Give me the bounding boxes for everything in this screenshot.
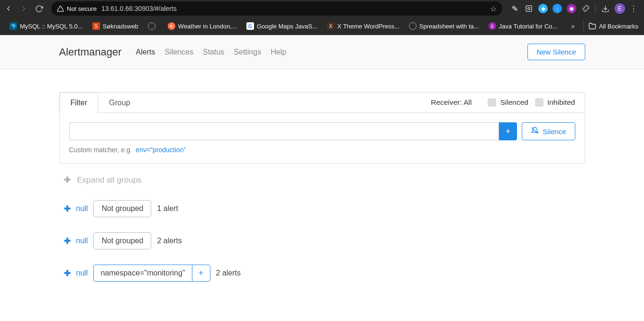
extensions-button[interactable] [581, 4, 590, 13]
bookmark-item[interactable]: ☀Weather in London,... [164, 20, 241, 32]
alert-group-row: ✚ null Not grouped 2 alerts [59, 228, 585, 254]
not-secure-badge[interactable]: Not secure [57, 5, 97, 12]
not-secure-label: Not secure [67, 5, 97, 12]
nav-settings[interactable]: Settings [234, 48, 261, 56]
receiver-select[interactable]: Receiver: All [431, 98, 472, 107]
group-tag-label[interactable]: namespace="monitoring" [94, 265, 191, 281]
bookmark-item[interactable] [144, 20, 162, 32]
group-null-link[interactable]: null [76, 237, 88, 245]
expand-all-button[interactable]: ✚ Expand all groups [59, 164, 585, 190]
bookmark-icon [148, 22, 155, 30]
nav-status[interactable]: Status [203, 48, 224, 56]
expand-group-button[interactable]: ✚ [64, 204, 71, 214]
new-silence-button[interactable]: New Silence [527, 44, 585, 60]
bookmark-item[interactable]: SSøknadsweb [89, 20, 142, 32]
alert-group-row: ✚ null Not grouped 1 alert [59, 195, 585, 222]
bookmarks-overflow-button[interactable]: » [567, 22, 579, 30]
profile-avatar[interactable]: E [615, 3, 625, 14]
checkbox-icon [488, 98, 496, 107]
group-null-link[interactable]: null [76, 269, 88, 277]
group-null-link[interactable]: null [76, 204, 88, 213]
address-bar[interactable]: Not secure 13.61.0.66:30903/#/alerts ☆ [51, 1, 502, 16]
bookmark-icon: S [92, 22, 100, 30]
bookmark-label: Google Maps JavaS... [257, 23, 317, 30]
bookmark-icon: X [327, 22, 335, 30]
filter-hint: Custom matcher, e.g. env="production" [69, 146, 575, 154]
bookmark-icon: ☀ [168, 22, 175, 30]
silenced-label: Silenced [500, 98, 528, 107]
extension-icon[interactable]: ↓ [553, 4, 562, 13]
bookmark-item[interactable]: 🐬MySQL :: MySQL 5.0... [6, 20, 87, 32]
hint-example-link[interactable]: env="production" [136, 146, 186, 154]
svg-point-1 [528, 8, 530, 10]
silenced-checkbox[interactable]: Silenced [488, 98, 528, 107]
bookmark-icon: G [246, 22, 254, 30]
separator [583, 21, 584, 31]
extension-icon[interactable] [524, 4, 534, 13]
svg-rect-0 [526, 6, 532, 11]
bookmark-item[interactable]: GGoogle Maps JavaS... [243, 20, 321, 32]
nav-help[interactable]: Help [271, 48, 286, 56]
silence-button-label: Silence [543, 128, 566, 136]
expand-group-button[interactable]: ✚ [64, 268, 71, 278]
group-count: 2 alerts [216, 269, 241, 277]
group-tag[interactable]: Not grouped [93, 232, 151, 249]
inhibited-label: Inhibited [547, 98, 575, 107]
checkbox-icon [535, 98, 544, 107]
extension-icon[interactable]: ◉ [567, 4, 576, 13]
tab-filter[interactable]: Filter [60, 92, 99, 113]
silence-button[interactable]: Silence [522, 122, 575, 140]
menu-button[interactable]: ⋮ [630, 4, 637, 13]
add-group-matcher-button[interactable]: + [192, 265, 210, 281]
extension-icon[interactable]: ✎ [510, 4, 519, 13]
add-matcher-button[interactable]: + [499, 122, 517, 140]
group-tag[interactable]: Not grouped [93, 200, 151, 217]
back-button[interactable] [4, 4, 13, 13]
inhibited-checkbox[interactable]: Inhibited [535, 98, 575, 107]
group-tag-split: namespace="monitoring" + [93, 265, 210, 282]
bookmark-item[interactable]: Spreadsheet with ta... [405, 20, 483, 32]
bookmark-icon: û [489, 22, 496, 30]
bookmark-item[interactable]: ûJava Tutorial for Co... [485, 20, 562, 32]
bookmark-label: Søknadsweb [103, 23, 138, 30]
tab-group[interactable]: Group [98, 92, 141, 113]
alert-group-row: ✚ null namespace="monitoring" + 2 alerts [59, 260, 585, 286]
bookmark-icon: 🐬 [9, 22, 17, 30]
group-count: 2 alerts [157, 237, 181, 245]
expand-all-label: Expand all groups [77, 175, 142, 185]
bookmark-label: Spreadsheet with ta... [419, 23, 479, 30]
bookmark-item[interactable]: XX Theme WordPress... [323, 20, 403, 32]
bookmark-label: MySQL :: MySQL 5.0... [20, 23, 83, 30]
extension-icon[interactable]: ◆ [538, 4, 548, 13]
expand-group-button[interactable]: ✚ [64, 236, 71, 246]
filter-input[interactable] [69, 122, 499, 140]
group-count: 1 alert [157, 204, 178, 213]
plus-icon: ✚ [64, 175, 71, 185]
bell-off-icon [531, 127, 539, 137]
all-bookmarks-label: All Bookmarks [599, 23, 638, 30]
bookmark-star-icon[interactable]: ☆ [490, 4, 497, 13]
bookmark-label: Java Tutorial for Co... [499, 23, 558, 30]
url-text: 13.61.0.66:30903/#/alerts [101, 5, 485, 12]
forward-button [19, 4, 28, 13]
all-bookmarks-button[interactable]: All Bookmarks [589, 22, 638, 30]
separator [595, 4, 596, 13]
downloads-button[interactable] [600, 4, 610, 13]
reload-button[interactable] [34, 4, 44, 13]
nav-alerts[interactable]: Alerts [136, 48, 155, 56]
hint-prefix: Custom matcher, e.g. [69, 146, 132, 154]
nav-silences[interactable]: Silences [164, 48, 193, 56]
bookmark-icon [409, 22, 417, 30]
bookmark-label: X Theme WordPress... [337, 23, 399, 30]
bookmark-label: Weather in London,... [178, 23, 237, 30]
app-brand: Alertmanager [59, 46, 122, 58]
